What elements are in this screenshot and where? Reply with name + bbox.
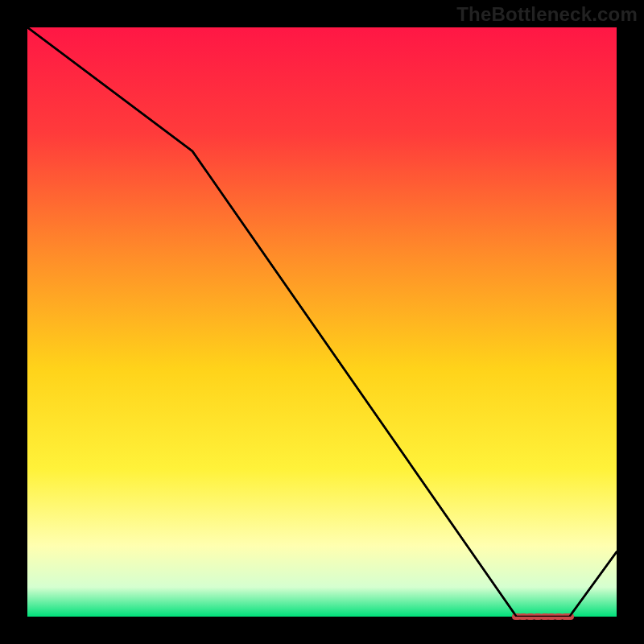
plot-area	[27, 27, 617, 617]
chart-frame: TheBottleneck.com	[0, 0, 644, 644]
attribution-label: TheBottleneck.com	[456, 3, 638, 26]
data-line-overlay	[27, 27, 617, 617]
